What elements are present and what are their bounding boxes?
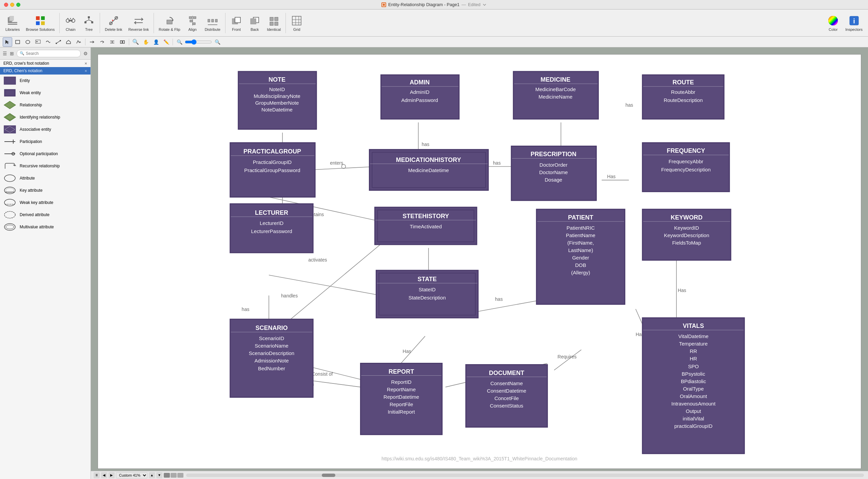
zoom-minus-btn[interactable]: 🔍 <box>175 37 184 47</box>
close-crows-foot-icon[interactable]: ✕ <box>84 62 87 65</box>
shape-weak-entity[interactable]: Weak entity <box>0 87 91 99</box>
pan-tool[interactable]: ✋ <box>141 37 151 47</box>
select-tool[interactable] <box>3 37 12 47</box>
inspectors-button[interactable]: i Inspectors <box>843 11 865 35</box>
svg-rect-66 <box>123 41 124 43</box>
svg-text:LastName): LastName) <box>568 247 593 253</box>
close-button[interactable] <box>4 3 8 7</box>
library-chens[interactable]: ERD, Chen's notation ✕ <box>0 67 91 75</box>
tool-b[interactable] <box>97 37 107 47</box>
grid-view-icon[interactable]: ⊞ <box>10 51 14 56</box>
view-btn-2[interactable] <box>171 473 177 478</box>
zoom-up-btn[interactable]: ▲ <box>149 472 155 478</box>
shape-id-relationship[interactable]: Identifying relationship <box>0 111 91 123</box>
svg-text:MedicineName: MedicineName <box>538 94 572 100</box>
identical-button[interactable]: Identical <box>264 11 283 35</box>
align-button[interactable]: Align <box>184 11 201 35</box>
rect-tool[interactable] <box>13 37 22 47</box>
tree-button[interactable]: Tree <box>80 11 98 35</box>
list-view-icon[interactable]: ☰ <box>3 51 7 56</box>
svg-text:Output: Output <box>686 408 701 414</box>
back-button[interactable]: Back <box>246 11 263 35</box>
shape-attribute[interactable]: Attribute <box>0 172 91 184</box>
svg-text:StateID: StateID <box>419 287 436 292</box>
close-chens-icon[interactable]: ✕ <box>84 69 87 73</box>
diagram-canvas[interactable]: completes has enters contains Is prescri… <box>98 54 861 469</box>
reverse-link-button[interactable]: Reverse link <box>126 11 152 35</box>
shape-weak-key-attribute[interactable]: Weak key attribute <box>0 196 91 209</box>
distribute-icon <box>206 15 219 27</box>
grid-button[interactable]: Grid <box>288 11 305 35</box>
minimize-button[interactable] <box>10 3 14 7</box>
color-button[interactable]: Color <box>824 11 842 35</box>
shape-multivalue[interactable]: Multivalue attribute <box>0 221 91 233</box>
canvas-area[interactable]: completes has enters contains Is prescri… <box>91 47 868 479</box>
tool-extra-2[interactable] <box>74 37 83 47</box>
next-page-btn[interactable]: ▶ <box>108 472 115 478</box>
svg-text:has: has <box>242 307 250 312</box>
zoom-out-btn[interactable]: 🔍 <box>131 37 140 47</box>
relationship-preview <box>3 101 16 109</box>
line-tool[interactable] <box>43 37 53 47</box>
svg-point-59 <box>56 43 57 44</box>
search-input[interactable] <box>26 51 78 56</box>
pause-btn[interactable]: ⏸ <box>94 472 100 478</box>
rotate-flip-button[interactable]: Rotate & Flip <box>156 11 183 35</box>
svg-text:ScenarioID: ScenarioID <box>259 335 284 341</box>
assoc-entity-preview <box>3 125 16 134</box>
view-btn-1[interactable] <box>164 473 170 478</box>
tool-a[interactable] <box>87 37 97 47</box>
drawing-toolbar: 🔍 ✋ 👤 ✏️ 🔍 🔍 <box>0 37 868 47</box>
svg-text:Consist of: Consist of <box>312 371 333 377</box>
text-tool[interactable] <box>33 37 43 47</box>
zoom-down-btn[interactable]: ▼ <box>156 472 162 478</box>
library-crows-foot[interactable]: ERD, crow's foot notation ✕ <box>0 60 91 67</box>
scroll-thumb[interactable] <box>186 474 864 477</box>
svg-text:BedNumber: BedNumber <box>258 366 285 371</box>
edit-tool[interactable]: 👤 <box>151 37 161 47</box>
svg-text:ScenarioName: ScenarioName <box>255 343 288 349</box>
svg-rect-65 <box>120 41 122 43</box>
tool-extra-1[interactable] <box>64 37 73 47</box>
window-controls[interactable] <box>4 3 20 7</box>
delete-link-button[interactable]: Delete link <box>102 11 125 35</box>
browse-button[interactable]: Browse Solutions <box>23 11 57 35</box>
shape-entity[interactable]: Entity <box>0 75 91 87</box>
svg-text:(FirstName,: (FirstName, <box>567 240 594 246</box>
grid-icon <box>291 15 303 27</box>
svg-text:ROUTE: ROUTE <box>672 79 694 86</box>
svg-text:LecturerPassword: LecturerPassword <box>251 228 292 234</box>
svg-point-51 <box>828 16 838 25</box>
svg-rect-4 <box>8 22 17 23</box>
shape-participation[interactable]: Participation <box>0 136 91 148</box>
zoom-slider[interactable] <box>185 39 212 45</box>
libraries-button[interactable]: Libraries <box>3 11 22 35</box>
conn-tool[interactable] <box>54 37 63 47</box>
svg-text:STETEHISTORY: STETEHISTORY <box>402 213 449 220</box>
maximize-button[interactable] <box>16 3 20 7</box>
shape-derived-attribute[interactable]: Derived attribute <box>0 209 91 221</box>
svg-rect-0 <box>382 3 385 6</box>
chain-label: Chain <box>66 27 76 32</box>
shape-relationship[interactable]: Relationship <box>0 99 91 111</box>
svg-text:ConsentDatetime: ConsentDatetime <box>487 388 526 394</box>
shape-assoc-entity[interactable]: Associative entity <box>0 123 91 136</box>
sidebar-settings-icon[interactable]: ⚙ <box>83 51 88 56</box>
zoom-plus-btn[interactable]: 🔍 <box>213 37 222 47</box>
shape-key-attribute[interactable]: Key attribute <box>0 184 91 196</box>
search-box[interactable]: 🔍 <box>17 50 81 57</box>
tool-c[interactable] <box>107 37 117 47</box>
prev-page-btn[interactable]: ◀ <box>101 472 107 478</box>
svg-rect-33 <box>208 19 210 22</box>
pencil-tool[interactable]: ✏️ <box>161 37 171 47</box>
view-btn-3[interactable] <box>177 473 183 478</box>
tool-d[interactable] <box>118 37 127 47</box>
main-toolbar: Libraries Browse Solutions Chain <box>0 9 868 37</box>
distribute-button[interactable]: Distribute <box>202 11 223 35</box>
shape-opt-participation[interactable]: Optional participation <box>0 148 91 160</box>
ellipse-tool[interactable] <box>23 37 33 47</box>
shape-recursive[interactable]: Recursive relationship <box>0 160 91 172</box>
chain-button[interactable]: Chain <box>62 11 79 35</box>
front-button[interactable]: Front <box>228 11 245 35</box>
zoom-select[interactable]: Custom 41% 25% 50% 75% 100% <box>116 472 147 478</box>
